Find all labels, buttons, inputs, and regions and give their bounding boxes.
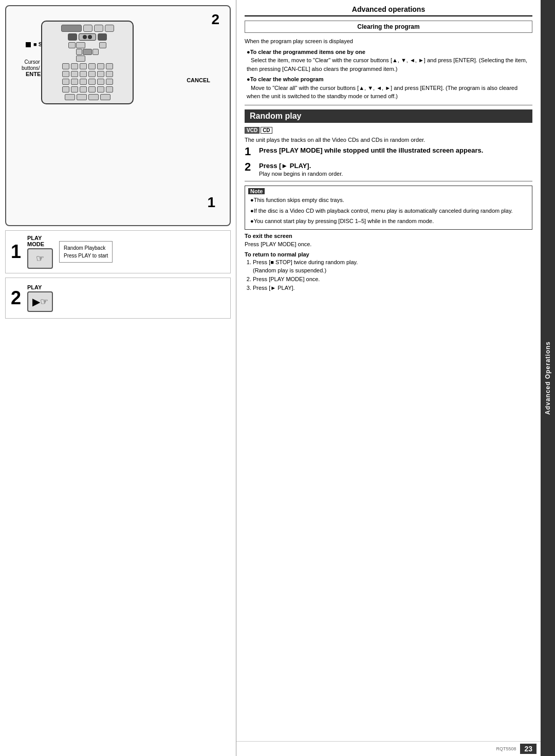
side-tab: Advanced Operations [541, 0, 555, 756]
hand-icon: ☞ [36, 253, 44, 264]
to-return-label: To return to normal play [245, 251, 532, 257]
list-item: Press [■ STOP] twice during random play.… [253, 259, 532, 274]
model-number: RQT5508 [496, 746, 516, 751]
play-mode-label: PLAY MODE [27, 235, 53, 247]
list-item: Press [PLAY MODE] once. [253, 275, 532, 283]
right-step2-sub: Play now begins in random order. [259, 171, 343, 177]
bullet1: ●To clear the programmed items one by on… [247, 48, 532, 73]
clearing-title: Clearing the program [249, 23, 528, 30]
right-step2-text: Press [► PLAY]. [259, 161, 343, 171]
random-play-header: Random play [245, 109, 532, 123]
play-label: PLAY [27, 284, 53, 290]
right-section: Advanced operations Clearing the program… [236, 0, 555, 756]
play-button[interactable]: ▶☞ [27, 291, 53, 312]
note-bullet1: ●This function skips empty disc trays. [250, 196, 529, 205]
play-mode-button[interactable]: ☞ [27, 248, 53, 269]
vcd-cd-badges: VCD CD [245, 127, 532, 134]
section-header: Advanced operations [245, 5, 532, 16]
to-return-list: Press [■ STOP] twice during random play.… [245, 259, 532, 292]
right-step1-text: Press [PLAY MODE] while stopped until th… [259, 146, 483, 155]
step1-number: 1 [11, 243, 21, 261]
random-play-intro: The unit plays the tracks on all the Vid… [245, 136, 532, 144]
remote-step1-num: 1 [207, 194, 215, 211]
page-footer: RQT5508 23 [236, 741, 541, 756]
left-panel: 2 ■ STOP Cursor buttons/ ENTER [0, 0, 236, 756]
list-item: Press [► PLAY]. [253, 284, 532, 292]
cd-badge: CD [261, 127, 272, 134]
remote-diagram: 2 ■ STOP Cursor buttons/ ENTER [5, 5, 231, 226]
right-step1: 1 Press [PLAY MODE] while stopped until … [245, 146, 532, 157]
step1-section: 1 PLAY MODE ☞ Random Playback Press PLAY… [5, 230, 231, 273]
right-panel: Advanced operations Clearing the program… [236, 0, 541, 756]
cursor-label: Cursor buttons/ [22, 59, 40, 71]
right-step2: 2 Press [► PLAY]. Play now begins in ran… [245, 161, 532, 177]
clearing-intro: When the program play screen is displaye… [245, 37, 532, 46]
page-number: 23 [520, 744, 536, 754]
to-exit-label: To exit the screen [245, 233, 532, 239]
vcd-badge: VCD [245, 127, 260, 134]
cancel-label: CANCEL [187, 77, 210, 83]
to-exit-text: Press [PLAY MODE] once. [245, 240, 532, 249]
step2-section: 2 PLAY ▶☞ [5, 278, 231, 319]
note-title: Note [248, 188, 265, 194]
step2-number: 2 [11, 289, 21, 307]
clearing-section: Clearing the program [245, 21, 532, 33]
note-box: Note ●This function skips empty disc tra… [245, 186, 532, 230]
note-bullet3: ●You cannot start play by pressing [DISC… [250, 217, 529, 226]
hand-icon-2: ☞ [40, 296, 48, 307]
screen-popup: Random Playback Press PLAY to start [59, 241, 113, 263]
bullet2: ●To clear the whole program Move to "Cle… [247, 75, 532, 101]
note-bullet2: ●If the disc is a Video CD with playback… [250, 207, 529, 215]
